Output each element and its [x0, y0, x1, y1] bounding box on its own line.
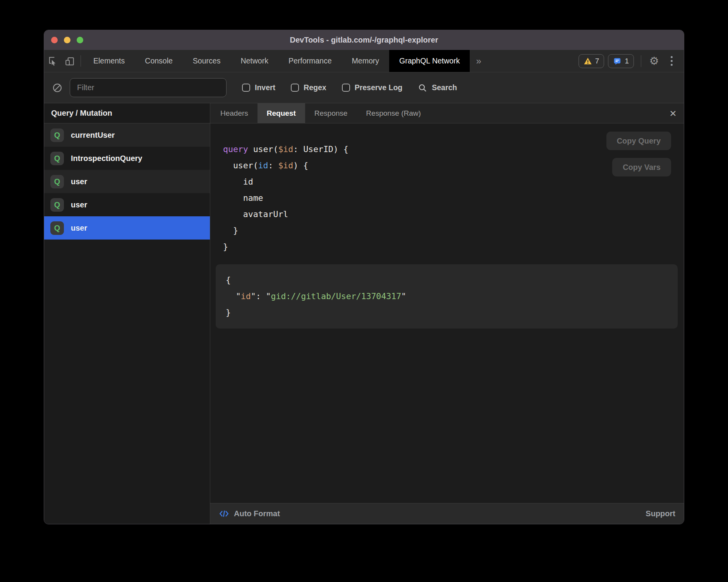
screen: DevTools - gitlab.com/-/graphql-explorer… [0, 0, 728, 582]
device-toolbar-icon[interactable] [61, 50, 78, 72]
graphql-variables-code: { "id": "gid://gitlab/User/13704317"} [226, 272, 668, 321]
query-name: currentUser [71, 131, 115, 140]
support-link[interactable]: Support [646, 509, 675, 518]
auto-format-label: Auto Format [234, 509, 280, 518]
detail-tab-request[interactable]: Request [258, 103, 305, 123]
code-line: avatarUrl [223, 206, 671, 223]
request-body: Copy Query Copy Vars query user($id: Use… [210, 123, 684, 503]
query-type-badge: Q [50, 128, 64, 142]
checkbox-label: Regex [304, 83, 326, 92]
query-name: user [71, 200, 87, 209]
code-line: name [223, 190, 671, 206]
issues-count: 1 [625, 57, 629, 65]
search-label: Search [432, 83, 457, 92]
query-type-badge: Q [50, 175, 64, 188]
panel-tabs: ElementsConsoleSourcesNetworkPerformance… [83, 50, 470, 72]
code-line: { [226, 272, 668, 288]
filter-bar: InvertRegexPreserve Log Search [44, 72, 684, 103]
tab-console[interactable]: Console [135, 50, 183, 72]
checkbox-regex[interactable]: Regex [291, 83, 326, 92]
code-line: user(id: $id) { [223, 157, 671, 174]
query-list-item-introspectionquery-1[interactable]: QIntrospectionQuery [44, 147, 210, 170]
copy-buttons: Copy Query Copy Vars [606, 132, 671, 176]
copy-query-button[interactable]: Copy Query [606, 132, 671, 150]
filter-input[interactable] [70, 78, 227, 97]
code-line: } [223, 239, 671, 255]
warning-icon [584, 57, 592, 65]
content-area: Query / Mutation QcurrentUserQIntrospect… [44, 103, 684, 524]
minimize-window-button[interactable] [64, 37, 70, 43]
devtools-tab-bar: ElementsConsoleSourcesNetworkPerformance… [44, 50, 684, 72]
code-line: query user($id: UserID) { [223, 141, 671, 157]
tab-sources[interactable]: Sources [183, 50, 231, 72]
traffic-lights [51, 37, 83, 43]
query-type-badge: Q [50, 221, 64, 235]
copy-vars-button[interactable]: Copy Vars [612, 158, 671, 176]
detail-tab-response-raw[interactable]: Response (Raw) [357, 103, 430, 123]
query-list-item-user-4[interactable]: Quser [44, 216, 210, 240]
divider [81, 55, 81, 67]
checkbox-invert[interactable]: Invert [242, 83, 275, 92]
code-line: } [223, 223, 671, 239]
checkbox-box[interactable] [291, 84, 299, 92]
clear-filter-icon[interactable] [52, 82, 63, 93]
window-title: DevTools - gitlab.com/-/graphql-explorer [44, 36, 684, 45]
checkbox-preserve-log[interactable]: Preserve Log [342, 83, 403, 92]
graphql-query-code: query user($id: UserID) { user(id: $id) … [223, 141, 671, 255]
auto-format-toggle[interactable]: Auto Format [219, 508, 280, 519]
tab-graphql-network[interactable]: GraphQL Network [389, 50, 470, 72]
close-window-button[interactable] [51, 37, 58, 43]
tab-bar-right: 7 1 ⚙ [575, 50, 684, 72]
code-line: } [226, 305, 668, 321]
tab-memory[interactable]: Memory [342, 50, 389, 72]
query-list-panel: Query / Mutation QcurrentUserQIntrospect… [44, 103, 210, 524]
divider [641, 55, 641, 67]
tab-network[interactable]: Network [230, 50, 278, 72]
query-list-header: Query / Mutation [44, 103, 210, 123]
checkbox-box[interactable] [242, 84, 250, 92]
tab-performance[interactable]: Performance [278, 50, 342, 72]
query-name: IntrospectionQuery [71, 154, 142, 163]
detail-tab-response[interactable]: Response [305, 103, 357, 123]
warning-count: 7 [595, 57, 599, 65]
code-icon [219, 508, 229, 519]
kebab-menu-icon[interactable] [663, 56, 680, 66]
search-icon [418, 83, 427, 92]
code-line: "id": "gid://gitlab/User/13704317" [226, 288, 668, 305]
variables-box: { "id": "gid://gitlab/User/13704317"} [216, 264, 678, 329]
request-detail-panel: HeadersRequestResponseResponse (Raw)× Co… [210, 103, 684, 524]
detail-footer: Auto Format Support [210, 503, 684, 524]
query-type-badge: Q [50, 198, 64, 212]
message-icon [613, 57, 622, 65]
devtools-window: DevTools - gitlab.com/-/graphql-explorer… [44, 30, 684, 524]
inspect-element-icon[interactable] [44, 50, 61, 72]
search-toggle[interactable]: Search [418, 83, 457, 92]
checkbox-box[interactable] [342, 84, 350, 92]
checkbox-label: Preserve Log [355, 83, 403, 92]
title-bar: DevTools - gitlab.com/-/graphql-explorer [44, 30, 684, 50]
checkbox-label: Invert [255, 83, 275, 92]
more-tabs-icon[interactable]: » [470, 50, 487, 72]
query-list-item-user-3[interactable]: Quser [44, 193, 210, 216]
tab-elements[interactable]: Elements [83, 50, 135, 72]
query-list-item-currentuser-0[interactable]: QcurrentUser [44, 123, 210, 147]
close-detail-icon[interactable]: × [662, 103, 684, 123]
detail-tab-headers[interactable]: Headers [211, 103, 258, 123]
zoom-window-button[interactable] [77, 37, 83, 43]
issues-badge[interactable]: 1 [608, 54, 634, 68]
warnings-badge[interactable]: 7 [579, 54, 604, 68]
detail-tab-bar: HeadersRequestResponseResponse (Raw)× [210, 103, 684, 123]
query-name: user [71, 177, 87, 186]
code-line: id [223, 174, 671, 190]
query-list: QcurrentUserQIntrospectionQueryQuserQuse… [44, 123, 210, 524]
query-type-badge: Q [50, 152, 64, 165]
query-name: user [71, 224, 87, 233]
filter-checkboxes: InvertRegexPreserve Log [242, 83, 402, 92]
query-list-item-user-2[interactable]: Quser [44, 170, 210, 193]
settings-gear-icon[interactable]: ⚙ [645, 55, 663, 67]
